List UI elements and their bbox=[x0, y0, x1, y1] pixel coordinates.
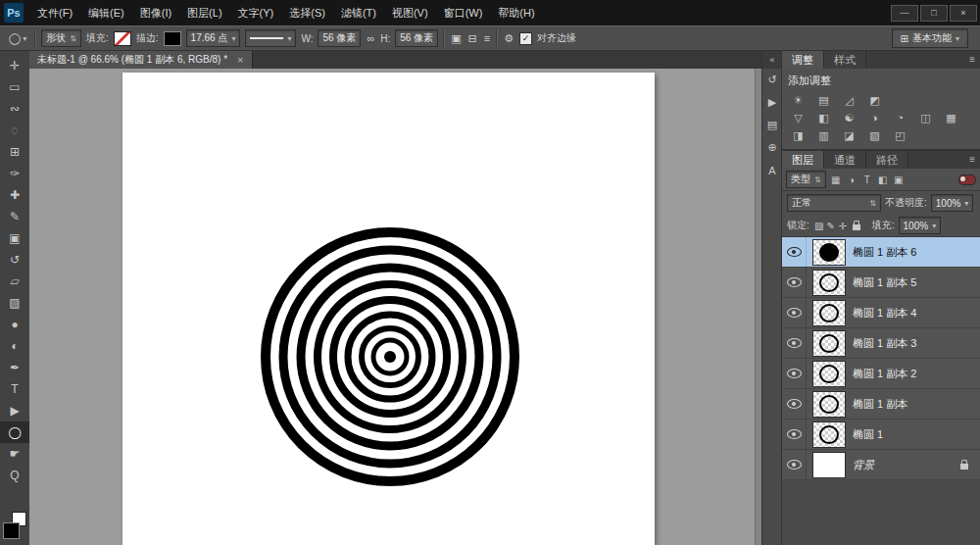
eraser-tool[interactable]: ▱ bbox=[0, 271, 29, 292]
fill-input[interactable]: 100% ▾ bbox=[899, 217, 942, 234]
stroke-style-select[interactable]: ▾ bbox=[245, 29, 296, 47]
tab-adjustments[interactable]: 调整 bbox=[782, 51, 824, 69]
filter-adjustment-layers-icon[interactable]: ◑ bbox=[845, 174, 858, 185]
layer-thumbnail[interactable] bbox=[812, 421, 846, 448]
hue-saturation-icon[interactable]: ◧ bbox=[813, 109, 834, 126]
threshold-icon[interactable]: ◪ bbox=[839, 126, 859, 144]
blur-tool[interactable]: ● bbox=[0, 314, 29, 335]
width-input[interactable]: 56 像素 bbox=[318, 29, 361, 47]
tab-layers[interactable]: 图层 bbox=[782, 151, 824, 169]
close-button[interactable]: × bbox=[950, 5, 977, 22]
layer-thumbnail[interactable] bbox=[812, 330, 846, 357]
character-panel-icon[interactable]: A bbox=[762, 159, 782, 181]
menu-help[interactable]: 帮助(H) bbox=[490, 0, 542, 25]
layer-row[interactable]: 背景 bbox=[782, 450, 980, 480]
filter-pixel-layers-icon[interactable]: ▦ bbox=[829, 174, 843, 185]
minimize-button[interactable]: — bbox=[891, 5, 918, 22]
channel-mixer-icon[interactable]: ◫ bbox=[915, 109, 936, 126]
actions-icon[interactable]: ▶ bbox=[762, 91, 782, 114]
filter-type-layers-icon[interactable]: T bbox=[860, 174, 874, 185]
layer-thumbnail[interactable] bbox=[812, 391, 846, 418]
layer-thumbnail[interactable] bbox=[812, 300, 846, 326]
menu-file[interactable]: 文件(F) bbox=[29, 0, 80, 25]
tab-channels[interactable]: 通道 bbox=[824, 151, 866, 169]
clone-stamp-tool[interactable]: ▣ bbox=[0, 227, 29, 249]
filter-smart-objects-icon[interactable]: ▣ bbox=[892, 174, 906, 185]
path-arrange-icon[interactable]: ≡ bbox=[483, 32, 491, 44]
pen-tool[interactable]: ✒ bbox=[0, 357, 29, 378]
lasso-tool[interactable]: ∾ bbox=[0, 98, 29, 120]
exposure-icon[interactable]: ◩ bbox=[864, 91, 885, 109]
expand-panels-button[interactable]: « bbox=[762, 51, 782, 69]
visibility-toggle[interactable] bbox=[782, 328, 807, 358]
zoom-tool[interactable]: Q bbox=[0, 465, 29, 486]
document-tab[interactable]: 未标题-1 @ 66.6% (椭圆 1 副本 6, RGB/8) * × bbox=[29, 51, 253, 69]
layer-thumbnail[interactable] bbox=[812, 239, 846, 266]
height-input[interactable]: 56 像素 bbox=[395, 29, 438, 47]
panel-menu-icon[interactable]: ≡ bbox=[969, 151, 975, 169]
selective-color-icon[interactable]: ◰ bbox=[890, 126, 910, 144]
black-white-icon[interactable]: ◑ bbox=[864, 109, 885, 126]
link-dimensions-icon[interactable]: ∞ bbox=[366, 32, 375, 44]
menu-view[interactable]: 视图(V) bbox=[384, 0, 436, 25]
eyedropper-tool[interactable]: ✑ bbox=[0, 163, 29, 184]
filter-shape-layers-icon[interactable]: ◧ bbox=[876, 174, 890, 185]
visibility-toggle[interactable] bbox=[782, 450, 807, 479]
menu-image[interactable]: 图像(I) bbox=[132, 0, 179, 25]
invert-icon[interactable]: ◨ bbox=[788, 126, 808, 144]
curves-icon[interactable]: ◿ bbox=[839, 91, 859, 109]
tool-preset-picker[interactable]: ◯ ▾ bbox=[6, 32, 29, 45]
foreground-color-swatch[interactable] bbox=[3, 522, 20, 539]
canvas[interactable] bbox=[122, 73, 655, 545]
menu-edit[interactable]: 编辑(E) bbox=[80, 0, 132, 25]
layer-thumbnail[interactable] bbox=[812, 270, 846, 296]
photo-filter-icon[interactable]: ◔ bbox=[890, 109, 910, 126]
lock-transparency-icon[interactable]: ▨ bbox=[813, 221, 825, 231]
align-edges-checkbox[interactable]: ✓ bbox=[519, 32, 532, 45]
filter-toggle-switch[interactable] bbox=[958, 174, 976, 185]
layer-row[interactable]: 椭圆 1 副本 5 bbox=[782, 268, 980, 298]
ellipse-tool[interactable]: ◯ bbox=[0, 421, 29, 443]
stroke-swatch[interactable] bbox=[164, 31, 181, 46]
close-tab-icon[interactable]: × bbox=[237, 54, 243, 66]
gear-icon[interactable]: ⚙ bbox=[503, 32, 514, 45]
layer-row[interactable]: 椭圆 1 副本 bbox=[782, 389, 980, 420]
path-alignment-icon[interactable]: ⊟ bbox=[467, 32, 478, 45]
path-selection-tool[interactable]: ▶ bbox=[0, 400, 29, 421]
menu-select[interactable]: 选择(S) bbox=[281, 0, 333, 25]
layer-row[interactable]: 椭圆 1 bbox=[782, 420, 980, 450]
brush-tool[interactable]: ✎ bbox=[0, 206, 29, 227]
history-icon[interactable]: ↺ bbox=[762, 69, 782, 91]
visibility-toggle[interactable] bbox=[782, 268, 807, 297]
gradient-tool[interactable]: ▨ bbox=[0, 292, 29, 314]
tab-paths[interactable]: 路径 bbox=[866, 151, 908, 169]
menu-window[interactable]: 窗口(W) bbox=[436, 0, 491, 25]
brightness-contrast-icon[interactable]: ☀ bbox=[788, 91, 808, 109]
quick-selection-tool[interactable]: ◌ bbox=[0, 120, 29, 141]
tool-mode-select[interactable]: 形状 ⇅ bbox=[41, 29, 81, 47]
menu-layer[interactable]: 图层(L) bbox=[179, 0, 229, 25]
layer-row[interactable]: 椭圆 1 副本 6 bbox=[782, 237, 980, 268]
layer-thumbnail[interactable] bbox=[812, 452, 846, 478]
color-lookup-icon[interactable]: ▦ bbox=[941, 109, 961, 126]
brush-presets-icon[interactable]: ▤ bbox=[762, 114, 782, 136]
clone-source-icon[interactable]: ⊕ bbox=[762, 136, 782, 159]
hand-tool[interactable]: ☛ bbox=[0, 443, 29, 465]
path-operations-icon[interactable]: ▣ bbox=[450, 32, 462, 45]
layer-row[interactable]: 椭圆 1 副本 4 bbox=[782, 298, 980, 328]
lock-pixels-icon[interactable]: ✎ bbox=[825, 221, 837, 231]
visibility-toggle[interactable] bbox=[782, 359, 807, 388]
vibrance-icon[interactable]: ▽ bbox=[788, 109, 808, 126]
maximize-button[interactable]: □ bbox=[920, 5, 948, 22]
layer-thumbnail[interactable] bbox=[812, 361, 846, 387]
history-brush-tool[interactable]: ↺ bbox=[0, 249, 29, 271]
dodge-tool[interactable]: ◐ bbox=[0, 335, 29, 357]
move-tool[interactable]: ✛ bbox=[0, 55, 29, 76]
menu-filter[interactable]: 滤镜(T) bbox=[333, 0, 384, 25]
blend-mode-select[interactable]: 正常 ⇅ bbox=[787, 194, 881, 212]
stroke-width-input[interactable]: 17.66 点 ▾ bbox=[186, 29, 241, 47]
gradient-map-icon[interactable]: ▧ bbox=[864, 126, 885, 144]
layer-row[interactable]: 椭圆 1 副本 3 bbox=[782, 328, 980, 359]
panel-menu-icon[interactable]: ≡ bbox=[969, 51, 975, 69]
type-tool[interactable]: T bbox=[0, 378, 29, 400]
